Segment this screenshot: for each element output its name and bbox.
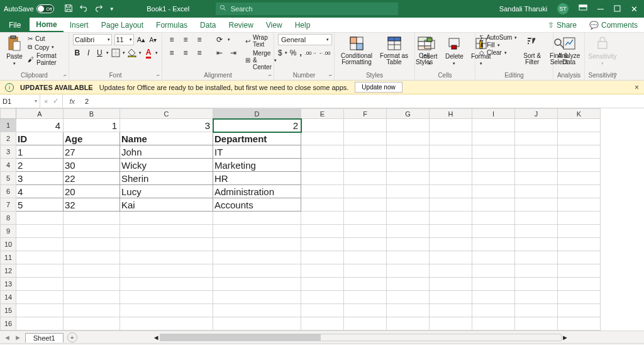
cell[interactable]	[472, 264, 515, 278]
cell[interactable]: Age	[64, 132, 120, 145]
cell[interactable]	[344, 198, 387, 212]
tab-view[interactable]: View	[260, 18, 289, 32]
cell[interactable]	[472, 251, 515, 264]
percent-icon[interactable]: %	[290, 47, 297, 59]
col-header[interactable]: I	[472, 109, 515, 119]
cell[interactable]	[120, 291, 213, 304]
cell[interactable]: 1	[64, 119, 120, 132]
cell[interactable]: 4	[16, 119, 64, 132]
cell[interactable]	[64, 264, 120, 278]
cell[interactable]	[301, 278, 344, 291]
cell[interactable]	[515, 185, 558, 198]
cell[interactable]	[120, 212, 213, 225]
cell[interactable]	[301, 212, 344, 225]
col-header[interactable]: K	[558, 109, 601, 119]
format-as-table-button[interactable]: Format as Table	[377, 34, 411, 67]
cell[interactable]	[472, 172, 515, 185]
cell[interactable]	[16, 212, 64, 225]
cell[interactable]	[64, 225, 120, 238]
cell[interactable]: Name	[120, 132, 213, 145]
cell[interactable]	[515, 238, 558, 251]
delete-cells-button[interactable]: Delete▾	[443, 34, 466, 67]
cell[interactable]	[301, 251, 344, 264]
cell[interactable]	[301, 238, 344, 251]
row-header[interactable]: 2	[1, 132, 16, 145]
cell[interactable]	[213, 278, 301, 291]
sheet-nav-next-icon[interactable]: ►	[14, 334, 21, 341]
cell[interactable]	[472, 238, 515, 251]
col-header[interactable]: A	[16, 109, 64, 119]
dialog-launcher-icon[interactable]: ⌐	[329, 72, 332, 78]
cell[interactable]	[64, 238, 120, 251]
spreadsheet-grid[interactable]: A B C D E F G H I J K 141322IDAgeNameDep…	[0, 108, 644, 331]
cell[interactable]	[213, 225, 301, 238]
align-left-icon[interactable]: ≡	[166, 47, 177, 59]
cell[interactable]	[344, 278, 387, 291]
orientation-icon[interactable]: ⟳	[214, 34, 225, 45]
cell[interactable]	[64, 251, 120, 264]
cell[interactable]	[472, 225, 515, 238]
cell[interactable]	[558, 304, 601, 317]
cell[interactable]	[344, 304, 387, 317]
cell[interactable]	[344, 251, 387, 264]
cell[interactable]	[430, 198, 472, 212]
dialog-launcher-icon[interactable]: ⌐	[157, 72, 160, 78]
cell[interactable]	[301, 172, 344, 185]
tab-home[interactable]: Home	[30, 18, 63, 32]
row-header[interactable]: 6	[1, 185, 16, 198]
cell[interactable]: 1	[16, 145, 64, 159]
decrease-font-icon[interactable]: A▾	[148, 34, 158, 45]
cell[interactable]	[344, 132, 387, 145]
decrease-decimal-icon[interactable]: ←.00	[319, 47, 330, 59]
align-middle-icon[interactable]: ≡	[180, 34, 191, 45]
cell[interactable]	[301, 159, 344, 172]
cell[interactable]	[344, 185, 387, 198]
cell[interactable]	[344, 172, 387, 185]
row-header[interactable]: 9	[1, 225, 16, 238]
indent-dec-icon[interactable]: ⇤	[214, 47, 225, 59]
cell[interactable]	[64, 317, 120, 331]
cell[interactable]	[387, 238, 430, 251]
cell[interactable]: 32	[64, 198, 120, 212]
cell[interactable]	[213, 251, 301, 264]
row-header[interactable]: 16	[1, 317, 16, 331]
cell[interactable]	[387, 159, 430, 172]
underline-button[interactable]: U	[96, 47, 104, 59]
sheet-nav-prev-icon[interactable]: ◄	[4, 334, 11, 341]
cell[interactable]	[301, 185, 344, 198]
cell[interactable]	[515, 159, 558, 172]
cell[interactable]: 30	[64, 159, 120, 172]
cell[interactable]	[387, 212, 430, 225]
qat-dropdown-icon[interactable]: ▼	[109, 6, 114, 12]
ribbon-display-icon[interactable]	[579, 4, 587, 13]
cell[interactable]: 3	[16, 172, 64, 185]
cell[interactable]	[430, 317, 472, 331]
cell[interactable]	[387, 132, 430, 145]
row-header[interactable]: 11	[1, 251, 16, 264]
cell[interactable]	[344, 317, 387, 331]
name-box[interactable]: D1▾	[0, 94, 40, 108]
minimize-icon[interactable]: ─	[597, 4, 604, 14]
cell[interactable]	[301, 264, 344, 278]
cell[interactable]	[430, 172, 472, 185]
cell[interactable]	[387, 304, 430, 317]
cell[interactable]	[472, 304, 515, 317]
cell[interactable]	[515, 304, 558, 317]
cell[interactable]: Sherin	[120, 172, 213, 185]
cell[interactable]	[301, 132, 344, 145]
cell[interactable]: 5	[16, 198, 64, 212]
font-name-select[interactable]: Calibri▾	[73, 34, 112, 45]
enter-formula-icon[interactable]: ✓	[53, 97, 58, 105]
formula-value[interactable]: 2	[81, 98, 92, 105]
align-bottom-icon[interactable]: ≡	[194, 34, 205, 45]
horizontal-scrollbar[interactable]: ◄►	[153, 334, 569, 341]
tab-review[interactable]: Review	[222, 18, 259, 32]
cell[interactable]	[430, 185, 472, 198]
cell[interactable]	[387, 264, 430, 278]
align-center-icon[interactable]: ≡	[180, 47, 191, 59]
cell[interactable]	[387, 172, 430, 185]
fx-icon[interactable]: fx	[63, 98, 81, 105]
cell[interactable]	[120, 317, 213, 331]
conditional-formatting-button[interactable]: Conditional Formatting	[338, 34, 375, 67]
cell[interactable]	[515, 212, 558, 225]
